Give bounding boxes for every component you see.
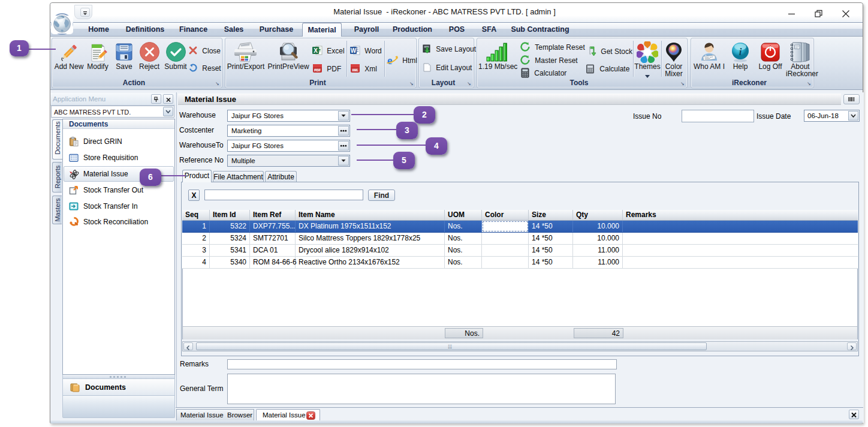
svg-text:XML: XML [352, 68, 358, 72]
svg-text:X: X [314, 47, 318, 54]
svg-text:W: W [351, 47, 357, 54]
svg-text:PDF: PDF [314, 68, 321, 72]
svg-text:e: e [387, 55, 392, 65]
svg-text:i: i [739, 46, 742, 58]
